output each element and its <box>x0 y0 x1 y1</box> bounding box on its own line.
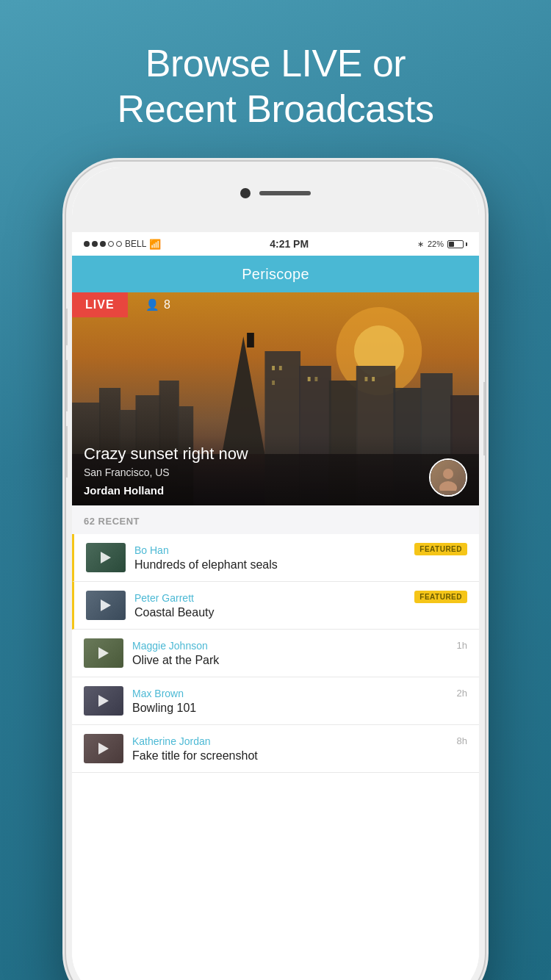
broadcast-item-0[interactable]: Bo Han Hundreds of elephant seals FEATUR… <box>72 534 479 582</box>
status-bar: BELL 📶 4:21 PM ∗ 22% <box>72 232 479 256</box>
app-header: Periscope <box>72 256 479 292</box>
broadcast-item-1[interactable]: Peter Garrett Coastal Beauty FEATURED <box>72 582 479 630</box>
battery-fill <box>449 242 454 247</box>
broadcast-title-2: Olive at the Park <box>132 654 467 667</box>
signal-dot-3 <box>100 241 106 247</box>
person-icon: 👤 <box>145 298 159 311</box>
broadcast-item-2[interactable]: Maggie Johnson Olive at the Park 1h <box>72 630 479 677</box>
broadcast-title-3: Bowling 101 <box>132 702 467 715</box>
volume-down-button <box>66 426 68 478</box>
thumbnail-0 <box>86 543 126 572</box>
play-icon-3 <box>98 695 109 707</box>
broadcast-list: Bo Han Hundreds of elephant seals FEATUR… <box>72 534 479 773</box>
live-badge: LIVE <box>72 292 128 317</box>
hero-username: Jordan Holland <box>84 484 467 497</box>
status-right: ∗ 22% <box>417 239 467 249</box>
broadcast-item-4[interactable]: Katherine Jordan Fake title for screensh… <box>72 725 479 773</box>
thumbnail-3 <box>84 686 123 716</box>
play-icon-1 <box>101 599 111 611</box>
signal-dot-2 <box>92 241 98 247</box>
wifi-icon: 📶 <box>149 239 161 250</box>
broadcast-title-1: Coastal Beauty <box>134 606 467 619</box>
time-ago-2: 1h <box>457 640 467 651</box>
svg-rect-24 <box>372 377 375 381</box>
featured-badge-1: FEATURED <box>414 591 467 603</box>
signal-dot-5 <box>116 241 122 247</box>
carrier-name: BELL <box>125 239 146 249</box>
phone-camera <box>240 188 311 198</box>
time-ago-3: 2h <box>457 688 467 699</box>
phone-screen: BELL 📶 4:21 PM ∗ 22% <box>72 232 479 980</box>
volume-up-button <box>66 360 68 411</box>
status-time: 4:21 PM <box>270 238 309 250</box>
svg-point-26 <box>443 469 453 479</box>
phone-inner: BELL 📶 4:21 PM ∗ 22% <box>72 167 479 980</box>
svg-rect-23 <box>364 377 367 381</box>
live-hero[interactable]: LIVE 👤 8 Crazy sunset right now San Fran… <box>72 292 479 505</box>
status-left: BELL 📶 <box>84 239 161 250</box>
thumbnail-4 <box>84 734 123 763</box>
svg-rect-21 <box>308 377 311 381</box>
broadcast-user-2: Maggie Johnson <box>132 640 467 652</box>
broadcast-info-4: Katherine Jordan Fake title for screensh… <box>132 735 467 763</box>
phone-shell: BELL 📶 4:21 PM ∗ 22% <box>66 162 485 980</box>
signal-dot-1 <box>84 241 90 247</box>
battery-body <box>447 240 464 248</box>
broadcast-info-3: Max Brown Bowling 101 <box>132 688 467 715</box>
battery-tip <box>466 242 467 246</box>
avatar-svg <box>435 464 461 491</box>
broadcast-user-4: Katherine Jordan <box>132 735 467 747</box>
thumbnail-2 <box>84 638 123 668</box>
phone-top-bar <box>72 167 479 232</box>
page-header: Browse LIVE orRecent Broadcasts <box>0 0 551 154</box>
play-icon-2 <box>98 647 109 659</box>
broadcast-title-0: Hundreds of elephant seals <box>134 558 467 572</box>
front-camera <box>240 188 251 198</box>
hero-location: San Francisco, US <box>84 466 467 478</box>
play-icon-4 <box>98 743 109 754</box>
hero-stream-title: Crazy sunset right now <box>84 444 467 464</box>
svg-point-27 <box>439 481 457 491</box>
thumbnail-1 <box>86 591 126 620</box>
broadcast-user-3: Max Brown <box>132 688 467 699</box>
svg-rect-22 <box>314 377 317 381</box>
time-ago-4: 8h <box>457 735 467 746</box>
app-title: Periscope <box>242 266 309 283</box>
battery-percent: 22% <box>428 239 444 248</box>
svg-rect-18 <box>272 366 275 370</box>
broadcast-title-4: Fake title for screenshot <box>132 749 467 763</box>
signal-dot-4 <box>108 241 114 247</box>
volume-mute-button <box>66 309 68 345</box>
hero-info: Crazy sunset right now San Francisco, US… <box>72 436 479 505</box>
avatar-image <box>431 460 466 495</box>
viewer-count: 👤 8 <box>145 298 170 311</box>
broadcast-item-3[interactable]: Max Brown Bowling 101 2h <box>72 677 479 725</box>
play-icon-0 <box>101 552 111 563</box>
battery-indicator <box>447 240 467 248</box>
svg-rect-10 <box>247 333 254 347</box>
signal-dots <box>84 241 122 247</box>
page-title: Browse LIVE orRecent Broadcasts <box>44 40 507 132</box>
featured-badge-0: FEATURED <box>414 543 467 555</box>
broadcast-info-2: Maggie Johnson Olive at the Park <box>132 640 467 667</box>
svg-rect-20 <box>272 381 275 385</box>
svg-rect-19 <box>279 366 282 370</box>
viewer-number: 8 <box>164 298 170 311</box>
bluetooth-icon: ∗ <box>417 239 424 249</box>
speaker <box>259 191 311 195</box>
recent-header: 62 RECENT <box>72 505 479 534</box>
recent-section: 62 RECENT Bo Han Hundreds of elephant se… <box>72 505 479 773</box>
power-button <box>483 382 485 455</box>
hero-avatar[interactable] <box>429 458 467 497</box>
